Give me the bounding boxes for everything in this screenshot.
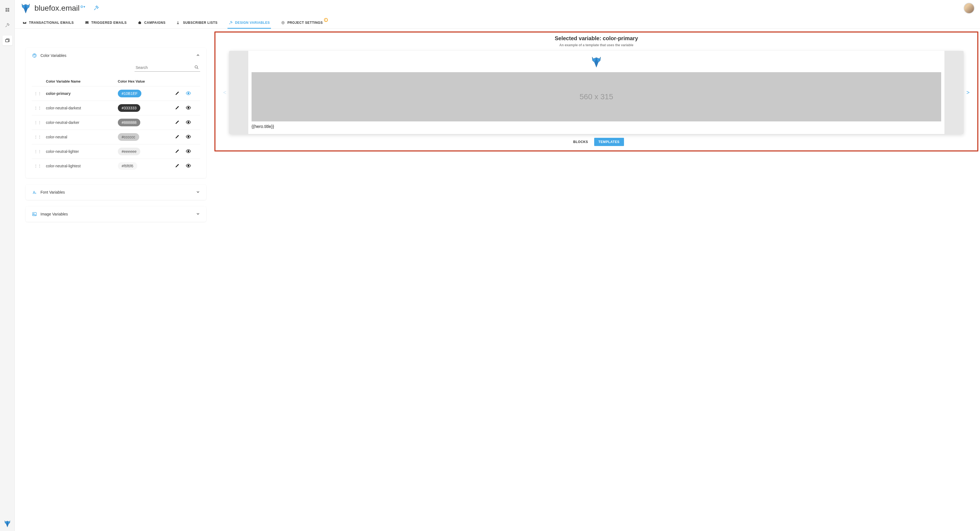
mini-sidebar [0,0,15,531]
svg-rect-3 [7,8,9,10]
edit-icon[interactable] [175,120,180,125]
tab-label: TRANSACTIONAL EMAILS [29,21,74,25]
variable-name: color-neutral-darker [44,115,116,130]
alert-icon: ! [324,18,328,22]
nav-tabs: TRANSACTIONAL EMAILS TRIGGERED EMAILS CA… [15,16,980,29]
preview-prev-button[interactable]: < [220,87,229,99]
minibar-windows[interactable] [2,35,12,45]
tab-label: TRIGGERED EMAILS [91,21,127,25]
svg-point-16 [188,107,189,108]
svg-point-12 [34,54,35,55]
template-preview-card: 560 x 315 {{hero.title}} [229,51,964,134]
tab-label: CAMPAIGNS [144,21,165,25]
svg-rect-7 [138,22,141,24]
font-variables-header[interactable]: A Font Variables [32,189,200,195]
column-hex: Color Hex Value [116,76,173,86]
preview-tab-templates[interactable]: TEMPLATES [594,138,624,146]
edit-icon[interactable] [175,91,180,96]
title-badge-icon[interactable]: ⚙▾ [80,5,85,9]
eye-icon[interactable] [186,163,191,169]
chevron-down-icon [196,211,200,217]
edit-icon[interactable] [175,163,180,169]
panel-title: Image Variables [40,212,68,216]
hex-value-pill: #eeeeee [118,148,140,155]
preview-next-button[interactable]: > [964,87,972,99]
edit-icon[interactable] [175,149,180,154]
tab-triggered-emails[interactable]: TRIGGERED EMAILS [84,19,128,29]
minibar-logo-bottom [3,520,11,528]
design-tool-icon[interactable] [94,5,99,11]
svg-point-14 [195,66,197,68]
eye-icon[interactable] [186,148,191,155]
svg-point-15 [188,92,189,94]
svg-text:A: A [35,192,37,194]
column-name: Color Variable Name [44,76,116,86]
preview-panel: Selected variable: color-primary An exam… [215,32,978,151]
eye-icon[interactable] [186,134,191,140]
edit-icon[interactable] [175,134,180,140]
drag-handle-icon[interactable]: ⋮⋮ [34,106,41,110]
hex-value-pill: #f6f6f6 [118,162,137,170]
drag-handle-icon[interactable]: ⋮⋮ [34,164,41,168]
svg-point-20 [188,165,189,166]
drag-handle-icon[interactable]: ⋮⋮ [34,120,41,125]
svg-point-17 [188,121,189,123]
variable-name: color-neutral-darkest [44,101,116,115]
hex-value-pill: #cccccc [118,133,139,141]
font-variables-panel: A Font Variables [26,184,206,200]
app-title: bluefox.email⚙▾ [35,4,85,13]
tab-label: SUBSCRIBER LISTS [183,21,217,25]
minibar-tools[interactable] [2,20,12,30]
color-variables-header[interactable]: Color Variables [32,53,200,58]
svg-rect-6 [5,40,8,42]
image-variables-panel: Image Variables [26,207,206,222]
drag-handle-icon[interactable]: ⋮⋮ [34,149,41,154]
preview-subtitle: An example of a template that uses the v… [220,43,972,47]
svg-rect-4 [5,10,7,12]
avatar[interactable] [964,3,975,14]
drag-handle-icon[interactable]: ⋮⋮ [34,91,41,96]
color-variables-panel: Color Variables [26,48,206,178]
tab-design-variables[interactable]: DESIGN VARIABLES [228,19,271,29]
tab-project-settings[interactable]: PROJECT SETTINGS ! [280,19,324,29]
table-row[interactable]: ⋮⋮color-neutral#cccccc [32,130,200,145]
table-row[interactable]: ⋮⋮color-neutral-darkest#333333 [32,101,200,115]
template-logo [251,56,942,68]
tab-label: PROJECT SETTINGS [287,21,323,25]
color-variables-table: Color Variable Name Color Hex Value ⋮⋮co… [32,76,200,173]
svg-point-13 [35,55,35,56]
tab-label: DESIGN VARIABLES [235,21,270,25]
table-row[interactable]: ⋮⋮color-neutral-lightest#f6f6f6 [32,159,200,173]
panel-title: Color Variables [40,53,67,58]
table-row[interactable]: ⋮⋮color-primary#10B1EF [32,86,200,101]
app-logo [20,3,31,14]
search-icon[interactable] [194,65,199,70]
eye-icon[interactable] [186,119,191,126]
svg-point-9 [282,22,283,23]
edit-icon[interactable] [175,105,180,111]
hex-value-pill: #10B1EF [118,90,142,97]
drag-handle-icon[interactable]: ⋮⋮ [34,135,41,139]
hex-value-pill: #333333 [118,104,140,112]
eye-icon[interactable] [186,105,191,111]
font-icon: A [32,189,37,195]
eye-icon[interactable] [186,91,191,97]
table-row[interactable]: ⋮⋮color-neutral-darker#888888 [32,115,200,130]
svg-point-18 [188,136,189,137]
search-input[interactable] [135,64,200,72]
table-row[interactable]: ⋮⋮color-neutral-lighter#eeeeee [32,145,200,159]
svg-point-8 [177,22,178,23]
preview-title: Selected variable: color-primary [220,35,972,41]
variable-name: color-neutral-lightest [44,159,116,173]
chevron-up-icon [196,53,200,58]
image-variables-header[interactable]: Image Variables [32,211,200,217]
minibar-dashboard[interactable] [2,5,12,15]
tab-subscriber-lists[interactable]: SUBSCRIBER LISTS [175,19,218,29]
header: bluefox.email⚙▾ [15,0,980,16]
tab-campaigns[interactable]: CAMPAIGNS [137,19,167,29]
preview-tab-blocks[interactable]: BLOCKS [569,138,592,146]
tab-transactional-emails[interactable]: TRANSACTIONAL EMAILS [21,19,75,29]
hex-value-pill: #888888 [118,119,140,126]
svg-point-11 [33,55,34,56]
variable-name: color-neutral-lighter [44,145,116,159]
